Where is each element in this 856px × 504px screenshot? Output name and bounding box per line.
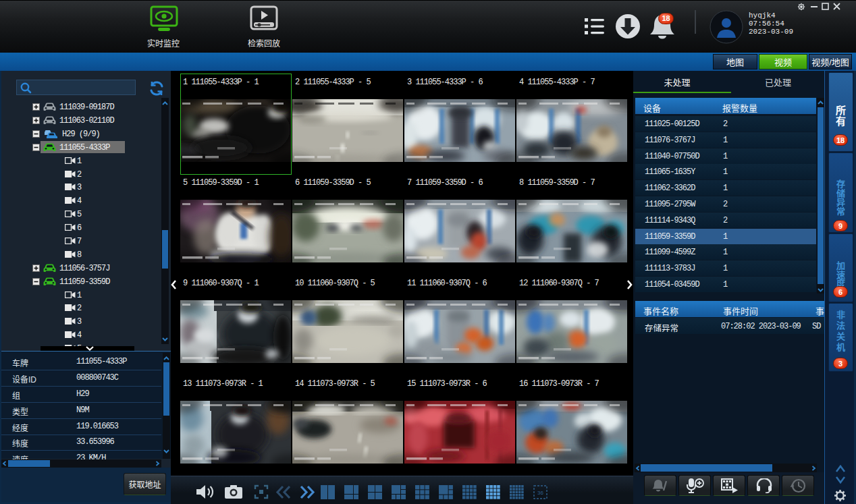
svg-text:36: 36	[537, 490, 543, 496]
